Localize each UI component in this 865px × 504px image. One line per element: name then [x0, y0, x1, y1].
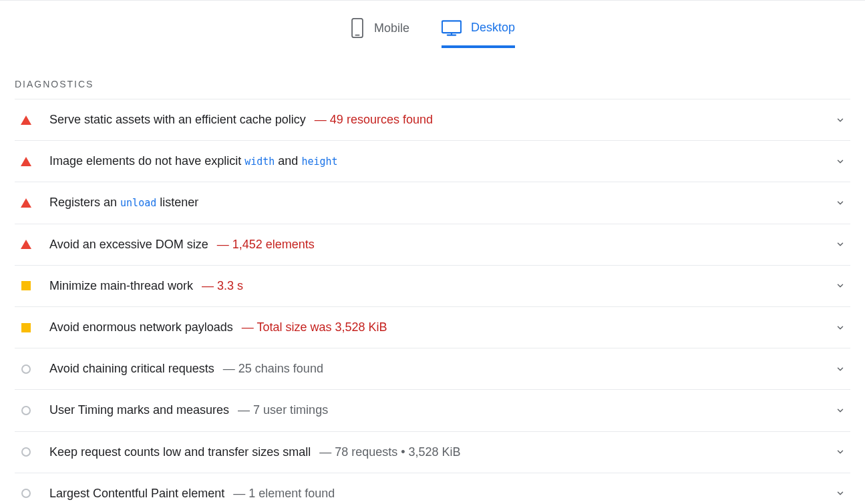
chevron-down-icon	[836, 447, 845, 457]
audit-list: Serve static assets with an efficient ca…	[15, 99, 850, 504]
audit-row[interactable]: Minimize main-thread work — 3.3 s	[15, 265, 850, 306]
chevron-down-icon	[836, 406, 845, 415]
audit-detail: — 7 user timings	[234, 403, 328, 417]
audit-title: Avoid enormous network payloads — Total …	[49, 319, 824, 336]
tab-mobile[interactable]: Mobile	[350, 18, 409, 48]
tab-desktop-label: Desktop	[471, 21, 515, 35]
info-circle-icon	[15, 364, 37, 374]
tab-desktop[interactable]: Desktop	[442, 18, 515, 48]
average-square-icon	[15, 281, 37, 290]
audit-row[interactable]: Avoid an excessive DOM size — 1,452 elem…	[15, 224, 850, 265]
chevron-down-icon	[836, 115, 845, 125]
info-circle-icon	[15, 406, 37, 415]
audit-title: Minimize main-thread work — 3.3 s	[49, 278, 824, 294]
chevron-down-icon	[836, 198, 845, 208]
audit-detail: — Total size was 3,528 KiB	[238, 320, 387, 334]
info-circle-icon	[15, 447, 37, 457]
audit-title: Largest Contentful Paint element — 1 ele…	[49, 485, 824, 502]
code-token: height	[301, 156, 337, 168]
audit-detail: — 25 chains found	[220, 362, 323, 375]
audit-detail: — 49 resources found	[311, 113, 433, 126]
audit-row[interactable]: Serve static assets with an efficient ca…	[15, 99, 850, 140]
audit-row[interactable]: Largest Contentful Paint element — 1 ele…	[15, 473, 850, 504]
diagnostics-section: DIAGNOSTICS Serve static assets with an …	[0, 64, 865, 504]
audit-detail: — 3.3 s	[198, 279, 243, 292]
audit-title: Keep request counts low and transfer siz…	[49, 444, 824, 461]
mobile-icon	[350, 18, 365, 38]
fail-triangle-icon	[15, 157, 37, 166]
audit-row[interactable]: User Timing marks and measures — 7 user …	[15, 389, 850, 431]
code-token: width	[244, 156, 275, 168]
tab-mobile-label: Mobile	[374, 21, 409, 35]
chevron-down-icon	[836, 157, 845, 166]
section-title: DIAGNOSTICS	[15, 64, 850, 99]
fail-triangle-icon	[15, 115, 37, 125]
chevron-down-icon	[836, 323, 845, 332]
audit-detail: — 1,452 elements	[214, 238, 315, 251]
chevron-down-icon	[836, 281, 845, 290]
audit-detail: — 1 element found	[230, 487, 335, 500]
audit-row[interactable]: Avoid enormous network payloads — Total …	[15, 306, 850, 348]
audit-detail: — 78 requests • 3,528 KiB	[316, 445, 460, 459]
chevron-down-icon	[836, 240, 845, 249]
audit-title: User Timing marks and measures — 7 user …	[49, 402, 824, 419]
svg-rect-2	[442, 21, 461, 33]
fail-triangle-icon	[15, 240, 37, 249]
fail-triangle-icon	[15, 198, 37, 208]
info-circle-icon	[15, 489, 37, 498]
chevron-down-icon	[836, 364, 845, 374]
audit-row[interactable]: Keep request counts low and transfer siz…	[15, 431, 850, 473]
average-square-icon	[15, 323, 37, 332]
audit-title: Avoid an excessive DOM size — 1,452 elem…	[49, 236, 824, 253]
audit-title: Registers an unload listener	[49, 194, 824, 211]
audit-row[interactable]: Registers an unload listener	[15, 182, 850, 223]
device-tabs: Mobile Desktop	[0, 1, 865, 48]
audit-title: Avoid chaining critical requests — 25 ch…	[49, 360, 824, 377]
chevron-down-icon	[836, 489, 845, 498]
audit-row[interactable]: Image elements do not have explicit widt…	[15, 140, 850, 182]
audit-row[interactable]: Avoid chaining critical requests — 25 ch…	[15, 348, 850, 389]
audit-title: Image elements do not have explicit widt…	[49, 153, 824, 170]
audit-title: Serve static assets with an efficient ca…	[49, 111, 824, 128]
desktop-icon	[442, 20, 462, 36]
code-token: unload	[120, 197, 156, 209]
